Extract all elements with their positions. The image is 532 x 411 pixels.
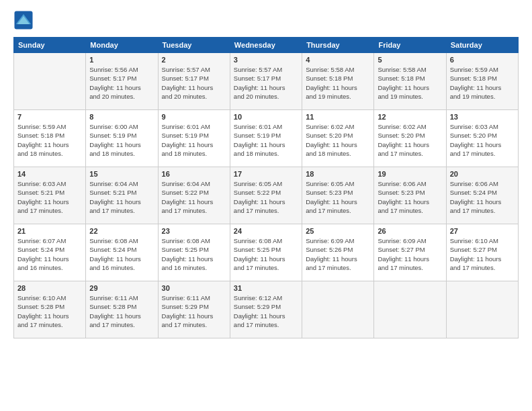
day-info: Sunrise: 5:56 AM Sunset: 5:17 PM Dayligh… [89, 65, 154, 101]
day-number: 25 [306, 227, 370, 235]
day-cell: 27Sunrise: 6:10 AM Sunset: 5:27 PM Dayli… [446, 224, 518, 281]
day-number: 27 [450, 227, 515, 235]
day-number: 7 [17, 113, 82, 121]
day-number: 31 [234, 284, 298, 292]
day-info: Sunrise: 6:04 AM Sunset: 5:22 PM Dayligh… [162, 179, 226, 215]
day-cell: 28Sunrise: 6:10 AM Sunset: 5:28 PM Dayli… [14, 281, 86, 338]
day-info: Sunrise: 6:08 AM Sunset: 5:24 PM Dayligh… [89, 236, 154, 272]
day-info: Sunrise: 6:02 AM Sunset: 5:20 PM Dayligh… [378, 122, 442, 158]
day-info: Sunrise: 6:10 AM Sunset: 5:27 PM Dayligh… [450, 236, 515, 272]
day-number: 24 [234, 227, 298, 235]
day-cell: 2Sunrise: 5:57 AM Sunset: 5:17 PM Daylig… [158, 53, 230, 110]
day-cell: 7Sunrise: 5:59 AM Sunset: 5:18 PM Daylig… [14, 110, 86, 167]
day-number: 23 [162, 227, 226, 235]
day-info: Sunrise: 5:58 AM Sunset: 5:18 PM Dayligh… [378, 65, 442, 101]
day-info: Sunrise: 6:01 AM Sunset: 5:19 PM Dayligh… [162, 122, 226, 158]
day-number: 16 [162, 170, 226, 178]
weekday-header-row: SundayMondayTuesdayWednesdayThursdayFrid… [14, 38, 519, 53]
day-info: Sunrise: 6:03 AM Sunset: 5:21 PM Dayligh… [17, 179, 82, 215]
weekday-sunday: Sunday [14, 38, 86, 53]
day-info: Sunrise: 5:57 AM Sunset: 5:17 PM Dayligh… [162, 65, 226, 101]
day-cell: 24Sunrise: 6:08 AM Sunset: 5:25 PM Dayli… [230, 224, 302, 281]
calendar-body: 1Sunrise: 5:56 AM Sunset: 5:17 PM Daylig… [14, 53, 519, 338]
day-cell: 30Sunrise: 6:11 AM Sunset: 5:29 PM Dayli… [158, 281, 230, 338]
day-number: 5 [378, 56, 442, 64]
day-number: 30 [162, 284, 226, 292]
day-cell: 6Sunrise: 5:59 AM Sunset: 5:18 PM Daylig… [446, 53, 518, 110]
weekday-saturday: Saturday [446, 38, 518, 53]
week-row-3: 14Sunrise: 6:03 AM Sunset: 5:21 PM Dayli… [14, 167, 519, 224]
day-number: 4 [306, 56, 370, 64]
calendar: SundayMondayTuesdayWednesdayThursdayFrid… [13, 37, 519, 338]
day-cell: 11Sunrise: 6:02 AM Sunset: 5:20 PM Dayli… [302, 110, 374, 167]
day-cell: 18Sunrise: 6:05 AM Sunset: 5:23 PM Dayli… [302, 167, 374, 224]
day-cell: 21Sunrise: 6:07 AM Sunset: 5:24 PM Dayli… [14, 224, 86, 281]
day-info: Sunrise: 6:06 AM Sunset: 5:24 PM Dayligh… [450, 179, 515, 215]
day-cell: 9Sunrise: 6:01 AM Sunset: 5:19 PM Daylig… [158, 110, 230, 167]
day-number: 6 [450, 56, 515, 64]
day-number: 28 [17, 284, 82, 292]
day-cell: 20Sunrise: 6:06 AM Sunset: 5:24 PM Dayli… [446, 167, 518, 224]
day-info: Sunrise: 6:08 AM Sunset: 5:25 PM Dayligh… [162, 236, 226, 272]
day-info: Sunrise: 6:11 AM Sunset: 5:28 PM Dayligh… [89, 293, 154, 329]
day-cell: 23Sunrise: 6:08 AM Sunset: 5:25 PM Dayli… [158, 224, 230, 281]
day-number: 21 [17, 227, 82, 235]
day-info: Sunrise: 6:10 AM Sunset: 5:28 PM Dayligh… [17, 293, 82, 329]
day-cell: 19Sunrise: 6:06 AM Sunset: 5:23 PM Dayli… [374, 167, 446, 224]
day-info: Sunrise: 6:05 AM Sunset: 5:23 PM Dayligh… [306, 179, 370, 215]
day-info: Sunrise: 6:02 AM Sunset: 5:20 PM Dayligh… [306, 122, 370, 158]
day-cell: 17Sunrise: 6:05 AM Sunset: 5:22 PM Dayli… [230, 167, 302, 224]
day-number: 8 [89, 113, 154, 121]
day-cell: 16Sunrise: 6:04 AM Sunset: 5:22 PM Dayli… [158, 167, 230, 224]
day-cell: 1Sunrise: 5:56 AM Sunset: 5:17 PM Daylig… [86, 53, 158, 110]
day-number: 14 [17, 170, 82, 178]
day-info: Sunrise: 6:12 AM Sunset: 5:29 PM Dayligh… [234, 293, 298, 329]
day-cell: 10Sunrise: 6:01 AM Sunset: 5:19 PM Dayli… [230, 110, 302, 167]
day-info: Sunrise: 5:59 AM Sunset: 5:18 PM Dayligh… [17, 122, 82, 158]
day-info: Sunrise: 5:58 AM Sunset: 5:18 PM Dayligh… [306, 65, 370, 101]
day-number: 26 [378, 227, 442, 235]
day-number: 15 [89, 170, 154, 178]
day-cell [14, 53, 86, 110]
weekday-wednesday: Wednesday [230, 38, 302, 53]
day-number: 22 [89, 227, 154, 235]
day-info: Sunrise: 6:05 AM Sunset: 5:22 PM Dayligh… [234, 179, 298, 215]
day-number: 29 [89, 284, 154, 292]
day-number: 9 [162, 113, 226, 121]
day-cell: 5Sunrise: 5:58 AM Sunset: 5:18 PM Daylig… [374, 53, 446, 110]
weekday-friday: Friday [374, 38, 446, 53]
day-cell: 4Sunrise: 5:58 AM Sunset: 5:18 PM Daylig… [302, 53, 374, 110]
day-number: 3 [234, 56, 298, 64]
day-number: 18 [306, 170, 370, 178]
day-number: 19 [378, 170, 442, 178]
week-row-5: 28Sunrise: 6:10 AM Sunset: 5:28 PM Dayli… [14, 281, 519, 338]
day-number: 11 [306, 113, 370, 121]
day-cell [374, 281, 446, 338]
day-info: Sunrise: 6:04 AM Sunset: 5:21 PM Dayligh… [89, 179, 154, 215]
day-cell: 8Sunrise: 6:00 AM Sunset: 5:19 PM Daylig… [86, 110, 158, 167]
day-number: 2 [162, 56, 226, 64]
day-info: Sunrise: 6:08 AM Sunset: 5:25 PM Dayligh… [234, 236, 298, 272]
header [13, 10, 519, 30]
day-info: Sunrise: 6:07 AM Sunset: 5:24 PM Dayligh… [17, 236, 82, 272]
day-info: Sunrise: 5:57 AM Sunset: 5:17 PM Dayligh… [234, 65, 298, 101]
day-cell [446, 281, 518, 338]
page: SundayMondayTuesdayWednesdayThursdayFrid… [0, 0, 532, 411]
calendar-header: SundayMondayTuesdayWednesdayThursdayFrid… [14, 38, 519, 53]
logo [13, 10, 36, 30]
day-info: Sunrise: 6:06 AM Sunset: 5:23 PM Dayligh… [378, 179, 442, 215]
week-row-2: 7Sunrise: 5:59 AM Sunset: 5:18 PM Daylig… [14, 110, 519, 167]
week-row-4: 21Sunrise: 6:07 AM Sunset: 5:24 PM Dayli… [14, 224, 519, 281]
weekday-thursday: Thursday [302, 38, 374, 53]
day-number: 13 [450, 113, 515, 121]
logo-icon [13, 10, 34, 30]
day-cell: 29Sunrise: 6:11 AM Sunset: 5:28 PM Dayli… [86, 281, 158, 338]
day-info: Sunrise: 6:09 AM Sunset: 5:27 PM Dayligh… [378, 236, 442, 272]
day-cell: 25Sunrise: 6:09 AM Sunset: 5:26 PM Dayli… [302, 224, 374, 281]
day-info: Sunrise: 6:03 AM Sunset: 5:20 PM Dayligh… [450, 122, 515, 158]
day-info: Sunrise: 5:59 AM Sunset: 5:18 PM Dayligh… [450, 65, 515, 101]
day-info: Sunrise: 6:00 AM Sunset: 5:19 PM Dayligh… [89, 122, 154, 158]
day-cell: 15Sunrise: 6:04 AM Sunset: 5:21 PM Dayli… [86, 167, 158, 224]
weekday-monday: Monday [86, 38, 158, 53]
day-info: Sunrise: 6:11 AM Sunset: 5:29 PM Dayligh… [162, 293, 226, 329]
